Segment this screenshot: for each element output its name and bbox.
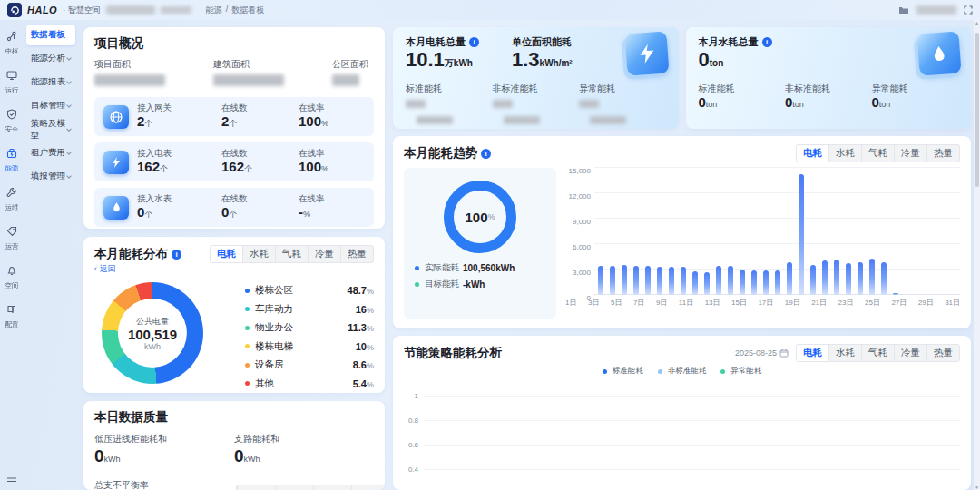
folder-icon[interactable] <box>898 2 909 18</box>
fullscreen-icon[interactable] <box>964 2 973 18</box>
rail-item-6[interactable]: 运营 <box>5 224 19 251</box>
legend-value: 10% <box>356 341 374 352</box>
strategy-tab-4[interactable]: 冷量 <box>894 345 926 361</box>
strategy-tab-2[interactable]: 水耗 <box>828 345 861 361</box>
online-count-label: 在线数 <box>221 193 290 205</box>
bar-slot-day-26 <box>889 168 901 295</box>
sidebar-item-1[interactable]: 数据看板 <box>26 24 75 45</box>
strategy-legend-item-2[interactable]: 非标准能耗 <box>658 366 707 377</box>
bar-day-21[interactable] <box>834 260 839 295</box>
strategy-tab-5[interactable]: 热量 <box>926 345 959 361</box>
rail-item-3[interactable]: 安全 <box>5 107 19 134</box>
bar-day-22[interactable] <box>846 263 851 295</box>
bar-day-7[interactable] <box>669 267 674 295</box>
bar-day-11[interactable] <box>716 266 721 295</box>
bar-day-18[interactable] <box>799 174 804 295</box>
distribution-tab-3[interactable]: 气耗 <box>275 246 308 262</box>
info-icon[interactable]: i <box>762 37 772 47</box>
sidebar-item-5[interactable]: 策略及模型 <box>26 119 75 140</box>
bar-day-15[interactable] <box>763 270 769 295</box>
bar-day-16[interactable] <box>775 270 780 295</box>
bar-day-19[interactable] <box>810 265 816 295</box>
sidebar-item-7[interactable]: 填报管理 <box>26 166 75 187</box>
bar-slot-day-12 <box>724 168 736 295</box>
date-picker[interactable]: 2025-08-25 <box>735 348 789 358</box>
trend-tab-3[interactable]: 气耗 <box>861 145 894 162</box>
bar-day-4[interactable] <box>633 266 639 295</box>
x-tick-label: 25日 <box>865 298 880 308</box>
energy-distribution-donut-chart[interactable]: 公共电量 100,519 kWh <box>102 282 203 384</box>
bar-day-24[interactable] <box>869 259 875 295</box>
y-tick-label: 0.4 <box>404 466 424 474</box>
collapse-menu-icon[interactable] <box>6 470 17 486</box>
data-quality-title: 本日数据质量 <box>94 409 374 426</box>
bar-day-17[interactable] <box>787 262 792 295</box>
legend-label: 异常能耗 <box>730 366 761 377</box>
legend-dot-icon <box>603 369 607 374</box>
rail-item-8[interactable]: 配置 <box>5 302 19 329</box>
distribution-tab-1[interactable]: 电耗 <box>211 246 242 262</box>
sidebar-item-4[interactable]: 目标管理 <box>26 95 75 116</box>
strategy-legend-item-1[interactable]: 标准能耗 <box>603 366 643 377</box>
trend-tab-4[interactable]: 冷量 <box>894 145 926 162</box>
bar-day-13[interactable] <box>740 270 745 295</box>
bar-day-1[interactable] <box>598 266 603 295</box>
bar-day-5[interactable] <box>645 266 651 295</box>
bar-day-14[interactable] <box>751 270 757 295</box>
back-link[interactable]: ‹ 返回 <box>94 263 374 275</box>
project-name-redacted[interactable] <box>106 5 155 15</box>
sidebar-item-2[interactable]: 能源分析 <box>26 48 75 69</box>
strategy-tab-1[interactable]: 电耗 <box>797 345 828 361</box>
bar-day-10[interactable] <box>704 272 710 295</box>
bar-day-12[interactable] <box>728 266 733 295</box>
sidebar-item-6[interactable]: 租户费用 <box>26 142 75 163</box>
breadcrumb-module[interactable]: 能源 <box>206 5 222 16</box>
info-icon[interactable]: i <box>469 37 479 47</box>
project-name-redacted-2 <box>161 6 191 14</box>
balance-rate-slider[interactable] <box>236 485 385 490</box>
bar-day-3[interactable] <box>622 265 627 295</box>
info-icon[interactable]: i <box>172 250 181 260</box>
chevron-down-icon <box>66 173 72 179</box>
strategy-legend-item-3[interactable]: 异常能耗 <box>720 366 761 377</box>
trend-tab-1[interactable]: 电耗 <box>797 145 828 162</box>
sidebar-item-3[interactable]: 能源报表 <box>26 72 75 93</box>
topbar: HALO · 智慧空间 能源 / 数据看板 <box>0 0 980 20</box>
x-tick-label: 29日 <box>918 298 934 308</box>
bar-day-25[interactable] <box>881 262 887 295</box>
rail-item-7[interactable]: 空间 <box>5 263 19 290</box>
page-scrollbar[interactable]: ▲ ▼ <box>974 20 980 490</box>
bar-day-6[interactable] <box>657 267 662 295</box>
distribution-tab-4[interactable]: 冷量 <box>308 246 340 262</box>
scrollbar-thumb[interactable] <box>975 33 979 187</box>
rail-item-1[interactable]: 中枢 <box>5 29 19 56</box>
chevron-down-icon <box>67 126 72 131</box>
rail-item-2[interactable]: 运行 <box>5 68 19 95</box>
bar-day-8[interactable] <box>681 267 686 295</box>
trend-y-axis: 03,0006,0009,00012,00015,000 <box>565 168 594 295</box>
x-tick-label <box>773 298 784 308</box>
trend-tab-2[interactable]: 水耗 <box>828 145 861 162</box>
module-rail: 中枢运行安全能源运维运营空间配置 <box>0 20 24 490</box>
trend-bar-chart[interactable] <box>594 168 960 295</box>
distribution-tab-5[interactable]: 热量 <box>340 246 373 262</box>
bar-slot-day-24 <box>866 168 877 295</box>
username-redacted[interactable] <box>916 5 956 15</box>
bar-day-26[interactable] <box>893 293 898 295</box>
rail-item-4[interactable]: 能源 <box>5 146 19 173</box>
distribution-tab-2[interactable]: 水耗 <box>242 246 275 262</box>
bar-day-2[interactable] <box>610 266 615 295</box>
online-rate-value: 100% <box>299 114 365 131</box>
stat-value: 162个 <box>137 160 213 176</box>
trend-tab-5[interactable]: 热量 <box>926 145 959 162</box>
info-icon[interactable]: i <box>481 149 491 159</box>
strategy-tab-3[interactable]: 气耗 <box>861 345 894 361</box>
bar-day-20[interactable] <box>822 260 828 295</box>
bar-day-9[interactable] <box>692 271 698 295</box>
online-rate-label: 在线率 <box>299 193 365 205</box>
strategy-line-chart[interactable]: 10.80.60.40.2 <box>404 384 960 490</box>
shield-icon <box>6 107 17 123</box>
x-tick-label <box>747 298 758 308</box>
rail-item-5[interactable]: 运维 <box>5 185 19 212</box>
bar-day-23[interactable] <box>858 262 863 295</box>
